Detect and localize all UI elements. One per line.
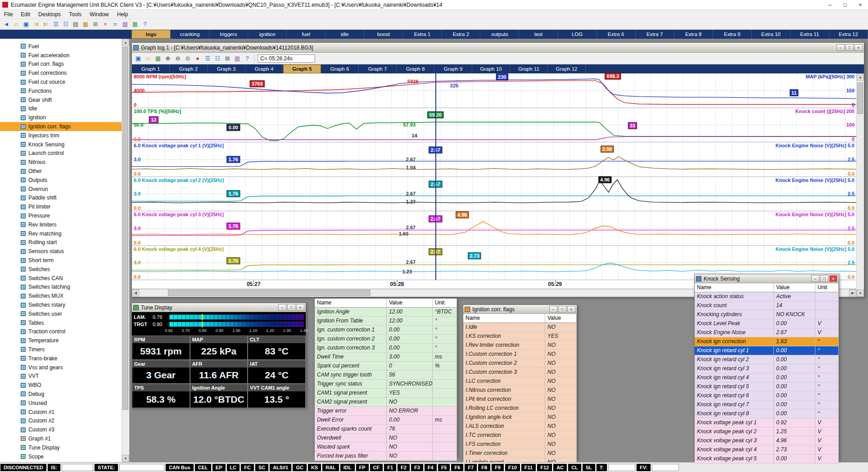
sidebar-item-vvt[interactable]: VVT (0, 372, 122, 381)
tab-extra-11[interactable]: Extra 11 (791, 30, 829, 39)
table-row[interactable]: Knock action statusActive (695, 292, 839, 301)
sidebar-item-rolling-start[interactable]: Rolling start (0, 238, 122, 247)
graph-vscroll-thumb[interactable] (857, 82, 863, 114)
table-row[interactable]: Knocking cylindersNO KNOCK (695, 310, 839, 319)
help-icon[interactable]: ? (243, 54, 252, 63)
table-row[interactable]: Knock voltage peak cyl 21.25V (695, 427, 839, 436)
sidebar-scroll-thumb[interactable] (122, 47, 128, 410)
tab-extra-9[interactable]: Extra 9 (713, 30, 752, 39)
table-row[interactable]: Knock ign retard cyl 50.00° (695, 382, 839, 391)
graph-panes[interactable]: 8000 RPM (rpm)[50Hz]40000MAP (kPa)[50Hz]… (132, 73, 856, 280)
sidebar-item-overrun[interactable]: Overrun (0, 185, 122, 194)
graph-tab-4[interactable]: Graph 4 (245, 64, 283, 73)
sidebar-item-scope[interactable]: Scope (0, 452, 122, 461)
table-row[interactable]: Knock ign correction1.63° (695, 337, 839, 346)
save-log-icon[interactable]: ▣ (134, 54, 143, 63)
close-button[interactable]: × (853, 0, 868, 9)
sidebar-item-temperature[interactable]: Temperature (0, 336, 122, 345)
tab-extra-7[interactable]: Extra 7 (636, 30, 674, 39)
table-row[interactable]: Knock Engine Noise2.67V (695, 328, 839, 337)
sidebar-item-short-term[interactable]: Short term (0, 256, 122, 265)
menu-help[interactable]: Help (113, 10, 132, 18)
sidebar-item-pressure[interactable]: Pressure (0, 211, 122, 220)
table-row[interactable]: Knock voltage peak cyl 34.96V (695, 436, 839, 445)
open-log-icon[interactable]: ▱ (144, 54, 153, 63)
scroll-down-icon[interactable]: ▼ (122, 455, 129, 462)
tune-icon[interactable]: ≍ (111, 20, 120, 29)
table-row[interactable]: I.Custom correction 1NO (463, 350, 577, 359)
graph-tab-8[interactable]: Graph 8 (397, 64, 434, 73)
sidebar-item-injectors-trim[interactable]: Injectors trim (0, 131, 122, 140)
graph-tab-6[interactable]: Graph 6 (321, 64, 359, 73)
table-row[interactable]: Dwell Time3.00ms (315, 353, 457, 362)
table-row[interactable]: Executed sparks count76 (315, 425, 457, 434)
sidebar-item-knock-sensing[interactable]: Knock Sensing (0, 140, 122, 149)
tab-triggers[interactable]: triggers (209, 30, 248, 39)
sidebar-item-outputs[interactable]: Outputs (0, 176, 122, 185)
sidebar-scrollbar[interactable]: ▲ ▼ (122, 39, 129, 462)
tab-logs[interactable]: logs (131, 30, 171, 39)
graph-vertical-scrollbar[interactable]: ▲ ▼ (856, 73, 864, 297)
table-row[interactable]: Knock ign retard cyl 30.00° (695, 364, 839, 373)
sidebar-item-switches-can[interactable]: Switches CAN (0, 274, 122, 283)
sidebar-item-sensors-status[interactable]: Sensors status (0, 247, 122, 256)
sidebar-item-debug[interactable]: Debug (0, 390, 122, 399)
graph-window-titlebar[interactable]: Graph log 1 - [C:¥Users¥fukuoka_nainenki… (132, 43, 864, 53)
sidebar-item-ignition[interactable]: Ignition (0, 113, 122, 122)
table-row[interactable]: I.FS correctionNO (463, 440, 577, 449)
graph-tab-10[interactable]: Graph 10 (472, 64, 510, 73)
sidebar-item-rev-limiters[interactable]: Rev limiters (0, 220, 122, 229)
sidebar-item-nitrous[interactable]: Nitrous (0, 158, 122, 167)
open-file-icon[interactable]: ▱ (12, 20, 21, 29)
table-row[interactable]: Knock ign retard cyl 60.00° (695, 391, 839, 400)
import-icon[interactable]: ⇉ (32, 20, 41, 29)
menu-file[interactable]: File (0, 10, 17, 18)
graph-tab-5[interactable]: Graph 5 (283, 64, 321, 73)
menu-desktops[interactable]: Desktops (34, 10, 65, 18)
maximize-button[interactable]: □ (845, 44, 854, 51)
table-row[interactable]: I.LC correctionNO (463, 377, 577, 386)
graph-pane-3[interactable]: 6.0 Knock voltage peak cyl 1 (V)[25Hz]3.… (132, 142, 856, 177)
sidebar-item-paddle-shift[interactable]: Paddle shift (0, 194, 122, 203)
table-row[interactable]: I.Rev limiter correctionNO (463, 341, 577, 350)
tab-idle[interactable]: idle (326, 30, 364, 39)
sidebar-item-tables[interactable]: Tables (0, 318, 122, 327)
table-row[interactable]: I.Pit limit correctionNO (463, 395, 577, 404)
delete-icon[interactable]: × (101, 20, 110, 29)
close-button[interactable]: × (854, 44, 863, 51)
settings-grid-icon[interactable]: ⊞ (91, 20, 100, 29)
print-icon[interactable]: ▤ (71, 20, 80, 29)
sidebar-item-switches[interactable]: Switches (0, 265, 122, 274)
table-row[interactable]: Knock voltage peak cyl 10.92V (695, 418, 839, 427)
channels-icon[interactable]: ☷ (213, 54, 222, 63)
minimize-button[interactable]: – (549, 306, 557, 313)
graph-pane-2[interactable]: 100.0 TPS (%)[50Hz]50.00.0Knock count ()… (132, 108, 856, 143)
markers-icon[interactable]: ☰ (203, 54, 212, 63)
table-row[interactable]: Wasted sparkNO (315, 443, 457, 452)
table-row[interactable]: CAM2 signal presentNO (315, 398, 457, 407)
table-row[interactable]: I.Rolling LC correctionNO (463, 404, 577, 413)
detail-list-icon[interactable]: ☷ (61, 20, 70, 29)
stats-icon[interactable]: ▥ (233, 54, 242, 63)
sidebar-item-unused[interactable]: Unused (0, 399, 122, 408)
close-button[interactable]: × (296, 304, 304, 311)
table-row[interactable]: Knock Level Peak0.00V (695, 319, 839, 328)
tab-test[interactable]: test (519, 30, 558, 39)
graph-tab-2[interactable]: Graph 2 (170, 64, 208, 73)
tab-ignition[interactable]: ignition (248, 30, 287, 39)
table-row[interactable]: Knock count14 (695, 301, 839, 310)
scroll-right-icon[interactable]: ▶ (849, 289, 856, 296)
sidebar-item-launch-control[interactable]: Launch control (0, 149, 122, 158)
sidebar-item-fuel[interactable]: Fuel (0, 42, 122, 51)
table-row[interactable]: CAM sync trigger tooth56 (315, 371, 457, 380)
table-row[interactable]: Knock ign retard cyl 20.00° (695, 355, 839, 364)
table-row[interactable]: Knock voltage peak cyl 50.00V (695, 454, 839, 463)
knock-sensing-titlebar[interactable]: Knock Sensing –□× (695, 274, 839, 283)
minimize-button[interactable]: – (822, 0, 837, 9)
table-row[interactable]: Spark cut percent0% (315, 362, 457, 371)
table-row[interactable]: I.TC correctionNO (463, 431, 577, 440)
table-row[interactable]: Forced low pass filterNO (315, 452, 457, 461)
sidebar-item-timers[interactable]: Timers (0, 345, 122, 354)
table-row[interactable]: Knock ign retard cyl 10.00° (695, 346, 839, 355)
table-row[interactable]: Knock ign retard cyl 70.00° (695, 400, 839, 409)
